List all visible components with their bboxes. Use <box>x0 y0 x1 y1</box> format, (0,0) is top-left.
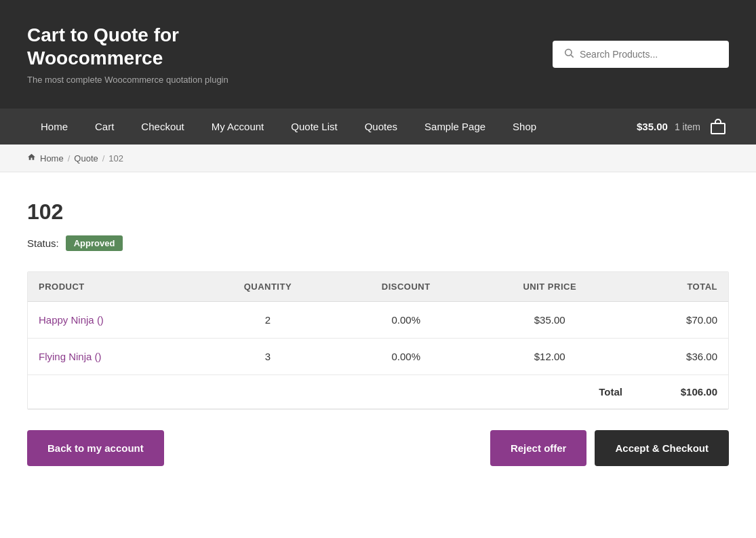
quote-title: 102 <box>27 199 729 225</box>
table-head: PRODUCT QUANTITY DISCOUNT UNIT PRICE TOT… <box>28 272 728 302</box>
main-nav: Home Cart Checkout My Account Quote List… <box>0 109 756 145</box>
main-content: 102 Status: Approved PRODUCT QUANTITY DI… <box>0 172 756 507</box>
nav-item-cart[interactable]: Cart <box>81 109 127 145</box>
nav-item-quotes[interactable]: Quotes <box>351 109 411 145</box>
cell-total: $70.00 <box>624 302 728 339</box>
cell-quantity: 3 <box>199 339 336 375</box>
cell-product: Happy Ninja () <box>28 302 199 339</box>
quote-table: PRODUCT QUANTITY DISCOUNT UNIT PRICE TOT… <box>28 272 728 375</box>
breadcrumb: Home / Quote / 102 <box>27 153 729 164</box>
cell-total: $36.00 <box>624 339 728 375</box>
svg-line-1 <box>571 55 574 58</box>
col-product: PRODUCT <box>28 272 199 302</box>
table-body: Happy Ninja () 2 0.00% $35.00 $70.00 Fly… <box>28 302 728 375</box>
product-link[interactable]: Flying Ninja () <box>39 351 102 362</box>
nav-item-samplepage[interactable]: Sample Page <box>411 109 499 145</box>
total-row: Total $106.00 <box>28 375 728 409</box>
table-header-row: PRODUCT QUANTITY DISCOUNT UNIT PRICE TOT… <box>28 272 728 302</box>
search-input[interactable] <box>580 49 718 60</box>
nav-item-myaccount[interactable]: My Account <box>198 109 278 145</box>
cell-product: Flying Ninja () <box>28 339 199 375</box>
site-tagline: The most complete Woocommerce quotation … <box>27 75 228 85</box>
breadcrumb-current: 102 <box>108 153 123 164</box>
total-inner: Total $106.00 <box>473 386 717 398</box>
status-badge: Approved <box>66 235 123 251</box>
action-buttons: Back to my account Reject offer Accept &… <box>27 430 729 466</box>
site-title: Cart to Quote for Woocommerce <box>27 24 217 69</box>
product-link[interactable]: Happy Ninja () <box>39 314 104 326</box>
breadcrumb-bar: Home / Quote / 102 <box>0 145 756 172</box>
table-row: Flying Ninja () 3 0.00% $12.00 $36.00 <box>28 339 728 375</box>
quote-table-wrapper: PRODUCT QUANTITY DISCOUNT UNIT PRICE TOT… <box>27 271 729 410</box>
col-total: TOTAL <box>624 272 728 302</box>
cell-discount: 0.00% <box>336 339 475 375</box>
reject-offer-button[interactable]: Reject offer <box>490 430 587 466</box>
cart-icon[interactable] <box>707 116 729 138</box>
site-header: Cart to Quote for Woocommerce The most c… <box>0 0 756 109</box>
btn-group-right: Reject offer Accept & Checkout <box>490 430 729 466</box>
breadcrumb-sep-2: / <box>102 153 105 164</box>
svg-rect-2 <box>711 123 725 134</box>
status-label: Status: <box>27 237 59 249</box>
cart-amount: $35.00 <box>637 121 668 132</box>
site-branding: Cart to Quote for Woocommerce The most c… <box>27 24 228 85</box>
search-icon <box>563 47 574 61</box>
total-label: Total <box>599 386 622 398</box>
table-row: Happy Ninja () 2 0.00% $35.00 $70.00 <box>28 302 728 339</box>
nav-item-checkout[interactable]: Checkout <box>127 109 197 145</box>
breadcrumb-sep-1: / <box>68 153 71 164</box>
accept-checkout-button[interactable]: Accept & Checkout <box>595 430 729 466</box>
cell-discount: 0.00% <box>336 302 475 339</box>
nav-links: Home Cart Checkout My Account Quote List… <box>27 109 550 145</box>
cart-summary[interactable]: $35.00 1 item <box>637 116 729 138</box>
col-discount: DISCOUNT <box>336 272 475 302</box>
nav-item-shop[interactable]: Shop <box>499 109 550 145</box>
breadcrumb-quote[interactable]: Quote <box>74 153 98 164</box>
cell-quantity: 2 <box>199 302 336 339</box>
col-unit-price: UNIT PRICE <box>475 272 624 302</box>
status-row: Status: Approved <box>27 235 729 251</box>
breadcrumb-home[interactable]: Home <box>40 153 64 164</box>
svg-point-0 <box>565 50 572 56</box>
total-value: $106.00 <box>663 386 717 398</box>
cell-unit-price: $12.00 <box>475 339 624 375</box>
cell-unit-price: $35.00 <box>475 302 624 339</box>
cart-count: 1 item <box>675 121 700 132</box>
search-box[interactable] <box>553 41 729 68</box>
nav-item-quotelist[interactable]: Quote List <box>277 109 351 145</box>
home-icon <box>27 153 36 164</box>
col-quantity: QUANTITY <box>199 272 336 302</box>
nav-item-home[interactable]: Home <box>27 109 81 145</box>
back-to-account-button[interactable]: Back to my account <box>27 430 164 466</box>
